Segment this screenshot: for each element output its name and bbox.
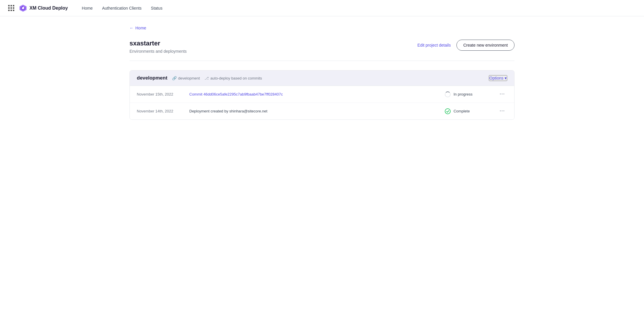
page-subtitle: Environments and deployments [130,49,187,54]
nav-status[interactable]: Status [151,6,162,10]
grid-icon[interactable] [8,5,14,11]
page-title-section: sxastarter Environments and deployments [130,40,187,54]
nav-auth-clients[interactable]: Authentication Clients [102,6,141,10]
environment-card: development 🔗 development ⎇ auto-deploy … [130,70,514,120]
options-label: Options [489,76,503,80]
env-title-group: development 🔗 development ⎇ auto-deploy … [137,75,262,81]
back-arrow-icon: ← [130,26,134,30]
link-icon: 🔗 [172,76,177,80]
back-link[interactable]: ← Home [130,26,514,30]
deployment-status: Complete [445,108,497,114]
deployment-status: In progress [445,91,497,97]
edit-project-link[interactable]: Edit project details [417,43,451,47]
env-tag-label: development [178,76,200,80]
complete-check-icon [445,108,451,114]
environment-header: development 🔗 development ⎇ auto-deploy … [130,70,514,86]
in-progress-spinner [445,91,451,97]
nav-links: Home Authentication Clients Status [82,6,162,10]
page-title: sxastarter [130,40,187,47]
deployment-more-button[interactable]: ··· [497,108,507,114]
navbar: XM Cloud Deploy Home Authentication Clie… [0,0,644,16]
deployments-list: November 15th, 2022 Commit 46dd06ce5afe2… [130,86,514,119]
brand-logo [19,4,27,12]
branch-label: auto-deploy based on commits [210,76,262,80]
environment-name: development [137,75,167,81]
main-content: ← Home sxastarter Environments and deplo… [118,16,526,136]
create-environment-button[interactable]: Create new environment [456,40,514,51]
deployment-description: Deployment created by shinhara@sitecore.… [189,109,445,113]
deployment-text: Deployment created by shinhara@sitecore.… [189,109,267,113]
deployment-row: November 14th, 2022 Deployment created b… [130,103,514,119]
page-actions: Edit project details Create new environm… [417,40,514,51]
deployment-date: November 15th, 2022 [137,92,189,96]
environment-branch: ⎇ auto-deploy based on commits [204,76,262,80]
brand-name: XM Cloud Deploy [29,6,68,11]
deployment-more-button[interactable]: ··· [497,91,507,97]
status-label: In progress [454,92,473,96]
options-chevron-icon: ▾ [505,76,507,80]
options-button[interactable]: Options ▾ [489,75,507,81]
deployment-date: November 14th, 2022 [137,109,189,113]
status-label: Complete [454,109,470,113]
brand: XM Cloud Deploy [19,4,68,12]
svg-point-0 [445,109,450,114]
commit-link[interactable]: Commit 46dd06ce5afe2295c7ab9fbaab47be7ff… [189,92,283,96]
back-link-label: Home [135,26,146,30]
environment-tag: 🔗 development [172,76,200,80]
nav-home[interactable]: Home [82,6,93,10]
deployment-row: November 15th, 2022 Commit 46dd06ce5afe2… [130,86,514,103]
deployment-commit: Commit 46dd06ce5afe2295c7ab9fbaab47be7ff… [189,92,445,96]
page-header: sxastarter Environments and deployments … [130,40,514,61]
branch-icon: ⎇ [204,76,209,80]
